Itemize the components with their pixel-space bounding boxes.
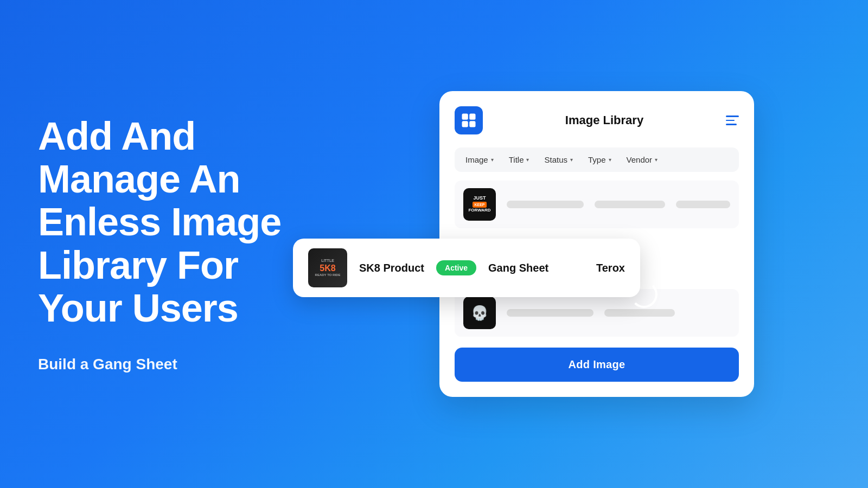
svg-rect-2 <box>462 121 468 127</box>
filter-row: Image ▾ Title ▾ Status ▾ Type ▾ Vendor ▾ <box>455 147 739 172</box>
left-section: Add And Manage An Enless Image Library F… <box>0 82 326 406</box>
sub-heading: Build a Gang Sheet <box>38 356 288 373</box>
skeleton-bar <box>507 309 593 317</box>
skull-image: 💀 <box>463 297 496 329</box>
highlighted-type: Gang Sheet <box>488 262 548 274</box>
menu-icon[interactable] <box>726 115 739 125</box>
add-image-button[interactable]: Add Image <box>455 348 739 382</box>
chevron-down-icon: ▾ <box>491 157 494 163</box>
skeleton-bar <box>676 201 730 208</box>
logo-icon <box>461 112 477 129</box>
table-row[interactable]: JUST KEEP FORWARD <box>455 181 739 228</box>
highlighted-row[interactable]: LITTLE 5K8 READY TO RIDE SK8 Product Act… <box>293 239 640 297</box>
card-header: Image Library <box>455 106 739 134</box>
sk8-product-image: LITTLE 5K8 READY TO RIDE <box>308 248 347 287</box>
highlighted-title: SK8 Product <box>359 262 424 274</box>
filter-title[interactable]: Title ▾ <box>509 155 529 164</box>
skeleton-bar <box>595 201 665 208</box>
filter-image[interactable]: Image ▾ <box>465 155 494 164</box>
just-keep-image: JUST KEEP FORWARD <box>463 188 496 221</box>
svg-rect-3 <box>469 121 475 127</box>
highlighted-vendor: Terox <box>596 262 625 274</box>
svg-rect-1 <box>469 114 475 120</box>
chevron-down-icon: ▾ <box>609 157 611 163</box>
active-badge: Active <box>436 260 476 275</box>
connector-arc <box>630 281 658 308</box>
app-logo <box>455 106 483 134</box>
svg-rect-0 <box>462 114 468 120</box>
filter-status[interactable]: Status ▾ <box>544 155 573 164</box>
filter-vendor[interactable]: Vendor ▾ <box>627 155 658 164</box>
skeleton-bar <box>507 201 584 208</box>
filter-type[interactable]: Type ▾ <box>588 155 611 164</box>
right-section: LITTLE 5K8 READY TO RIDE SK8 Product Act… <box>326 0 868 488</box>
chevron-down-icon: ▾ <box>655 157 658 163</box>
chevron-down-icon: ▾ <box>526 157 529 163</box>
panel-title: Image Library <box>565 113 643 127</box>
skeleton-bar <box>604 309 675 317</box>
main-heading: Add And Manage An Enless Image Library F… <box>38 115 288 330</box>
chevron-down-icon: ▾ <box>570 157 573 163</box>
